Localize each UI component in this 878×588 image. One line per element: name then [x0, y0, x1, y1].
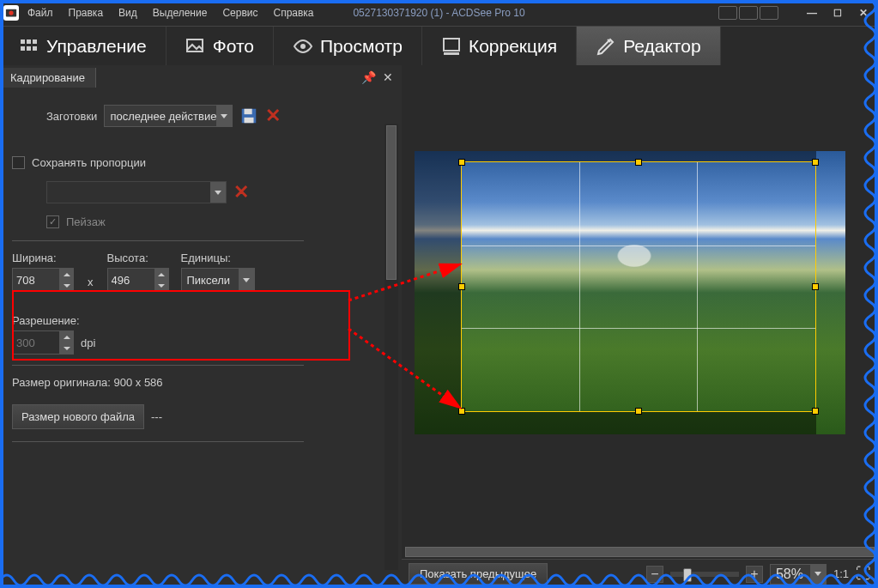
crop-panel: Заготовки последнее действие ✕ Сохранять…	[0, 89, 402, 468]
main-menu: Файл Правка Вид Выделение Сервис Справка	[27, 7, 314, 19]
svg-rect-4	[33, 39, 37, 44]
menu-select[interactable]: Выделение	[153, 7, 208, 19]
tab-photo[interactable]: Фото	[167, 27, 274, 65]
crop-handle-se[interactable]	[812, 408, 819, 415]
crop-handle-w[interactable]	[458, 283, 465, 290]
height-field[interactable]	[107, 268, 169, 292]
resolution-label: Разрешение:	[12, 314, 371, 327]
resolution-down[interactable]	[60, 342, 73, 354]
crop-handle-ne[interactable]	[812, 159, 819, 166]
menu-file[interactable]: Файл	[27, 7, 53, 19]
presets-label: Заготовки	[46, 110, 97, 123]
viewer-scrollbar-h[interactable]	[402, 545, 878, 559]
svg-rect-10	[444, 39, 459, 51]
svg-point-1	[9, 10, 13, 15]
crop-handle-sw[interactable]	[458, 408, 465, 415]
one-to-one-button[interactable]: 1:1	[833, 567, 849, 580]
crop-handle-nw[interactable]	[458, 159, 465, 166]
ratio-dropdown[interactable]	[46, 181, 227, 203]
image-viewer: Показать предыдущее − + 58% 1:1 ⛶	[402, 65, 878, 588]
height-label: Высота:	[107, 252, 169, 264]
menu-edit[interactable]: Правка	[69, 7, 104, 19]
canvas-area[interactable]	[402, 65, 878, 545]
tab-edit[interactable]: Редактор	[577, 27, 720, 65]
width-input[interactable]	[12, 268, 60, 292]
new-file-size-value: ---	[151, 410, 162, 423]
pin-icon[interactable]: 📌	[361, 70, 376, 84]
minimize-button[interactable]: —	[804, 7, 820, 19]
grid-icon	[19, 36, 39, 57]
keep-ratio-label: Сохранять пропорции	[32, 156, 146, 169]
sliders-icon	[441, 36, 462, 57]
menu-help[interactable]: Справка	[273, 7, 313, 19]
reset-ratio-icon[interactable]: ✕	[233, 181, 249, 203]
svg-rect-13	[245, 109, 252, 114]
landscape-checkbox[interactable]	[46, 215, 59, 228]
tab-manage[interactable]: Управление	[0, 27, 167, 65]
sidebar-tab-header: Кадрирование 📌 ✕	[0, 65, 402, 89]
resolution-field[interactable]	[12, 330, 74, 355]
viewer-bottom-bar: Показать предыдущее − + 58% 1:1 ⛶	[402, 559, 878, 588]
chevron-down-icon[interactable]	[216, 106, 232, 126]
pane-layout-3[interactable]	[760, 6, 778, 20]
close-button[interactable]: ✕	[856, 7, 871, 19]
svg-rect-11	[444, 52, 459, 55]
divider	[12, 365, 304, 366]
mode-tabs: Управление Фото Просмотр Коррекция Редак…	[0, 26, 878, 65]
presets-dropdown[interactable]: последнее действие	[104, 105, 233, 127]
photo-icon	[185, 36, 206, 57]
sidebar-tab-title: Кадрирование	[0, 68, 96, 88]
zoom-out-button[interactable]: −	[646, 566, 663, 583]
panel-close-icon[interactable]: ✕	[383, 70, 393, 84]
zoom-in-button[interactable]: +	[746, 566, 763, 583]
svg-rect-2	[21, 39, 25, 44]
resolution-input[interactable]	[12, 330, 60, 355]
save-icon[interactable]	[239, 106, 258, 125]
height-up[interactable]	[155, 269, 168, 280]
zoom-dropdown[interactable]: 58%	[770, 564, 827, 585]
tab-develop[interactable]: Коррекция	[422, 27, 577, 65]
crop-frame[interactable]	[461, 161, 816, 412]
crop-handle-e[interactable]	[812, 283, 819, 290]
width-field[interactable]	[12, 268, 74, 292]
units-label: Единицы:	[181, 252, 255, 264]
width-down[interactable]	[60, 280, 73, 291]
menu-view[interactable]: Вид	[118, 7, 137, 19]
units-dropdown[interactable]: Пиксели	[181, 268, 255, 292]
tab-view-label: Просмотр	[320, 36, 403, 57]
ruler-pencil-icon	[596, 36, 616, 57]
maximize-button[interactable]: ☐	[830, 7, 845, 19]
svg-rect-5	[21, 46, 25, 51]
units-value: Пиксели	[187, 274, 231, 287]
crop-handle-n[interactable]	[635, 159, 642, 166]
height-down[interactable]	[155, 280, 168, 291]
pane-layout-1[interactable]	[718, 6, 737, 20]
chevron-down-icon[interactable]	[810, 565, 826, 584]
new-file-size-button[interactable]: Размер нового файла	[12, 404, 144, 429]
app-icon	[3, 5, 19, 21]
svg-rect-3	[27, 39, 31, 44]
dimensions-row: Ширина: x Высота:	[12, 252, 371, 292]
presets-value: последнее действие	[110, 110, 216, 123]
delete-preset-icon[interactable]: ✕	[265, 105, 281, 127]
pane-layout-2[interactable]	[739, 6, 758, 20]
zoom-slider[interactable]	[670, 572, 739, 577]
chevron-down-icon[interactable]	[239, 269, 254, 291]
chevron-down-icon[interactable]	[210, 182, 226, 203]
menu-service[interactable]: Сервис	[222, 7, 257, 19]
keep-ratio-checkbox[interactable]	[12, 156, 25, 169]
fit-screen-icon[interactable]: ⛶	[856, 565, 871, 583]
pane-layout-buttons	[718, 6, 780, 20]
show-previous-button[interactable]: Показать предыдущее	[409, 563, 548, 585]
tab-edit-label: Редактор	[623, 36, 700, 57]
svg-point-9	[300, 44, 306, 49]
tab-view[interactable]: Просмотр	[274, 27, 422, 65]
panel-scrollbar[interactable]	[385, 124, 398, 570]
crop-handle-s[interactable]	[635, 408, 642, 415]
width-up[interactable]	[60, 269, 73, 280]
eye-icon	[293, 36, 313, 57]
window-title: 0527130371920 (1) - ACDSee Pro 10	[353, 7, 524, 19]
resolution-up[interactable]	[60, 331, 73, 342]
height-input[interactable]	[107, 268, 155, 292]
width-label: Ширина:	[12, 252, 74, 264]
